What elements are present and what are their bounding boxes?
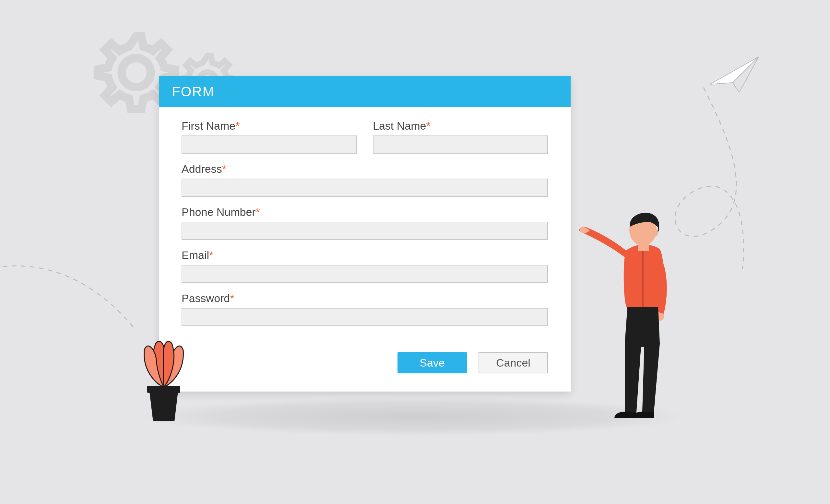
label-text: First Name	[182, 120, 235, 132]
first-name-label: First Name*	[182, 120, 357, 132]
password-input[interactable]	[182, 308, 548, 326]
form-title: FORM	[159, 76, 571, 107]
first-name-input[interactable]	[182, 135, 357, 154]
save-button[interactable]: Save	[397, 352, 467, 373]
form-body: First Name* Last Name* Address*	[159, 107, 571, 336]
field-first-name: First Name*	[182, 120, 357, 154]
label-text: Phone Number	[182, 206, 256, 218]
field-address: Address*	[182, 163, 548, 197]
label-text: Email	[182, 249, 209, 261]
required-marker: *	[235, 120, 240, 132]
last-name-label: Last Name*	[373, 120, 548, 132]
address-input[interactable]	[182, 178, 548, 197]
required-marker: *	[230, 292, 234, 304]
label-text: Password	[182, 292, 230, 304]
label-text: Last Name	[373, 120, 426, 132]
field-password: Password*	[182, 292, 548, 326]
field-phone: Phone Number*	[182, 206, 548, 240]
required-marker: *	[256, 206, 260, 218]
svg-point-8	[653, 229, 658, 237]
email-label: Email*	[182, 249, 548, 262]
last-name-input[interactable]	[373, 135, 548, 154]
phone-label: Phone Number*	[182, 206, 548, 219]
email-input[interactable]	[182, 265, 548, 283]
form-card: FORM First Name* Last Name* Address*	[159, 76, 571, 392]
plant-illustration	[136, 327, 191, 425]
address-label: Address*	[182, 163, 548, 175]
field-last-name: Last Name*	[373, 120, 548, 154]
paper-plane-icon	[710, 57, 759, 92]
password-label: Password*	[182, 292, 548, 305]
cancel-button[interactable]: Cancel	[479, 352, 548, 373]
required-marker: *	[209, 249, 213, 261]
svg-point-0	[122, 58, 151, 87]
field-email: Email*	[182, 249, 548, 283]
svg-rect-5	[147, 386, 180, 393]
form-actions: Save Cancel	[159, 336, 571, 392]
label-text: Address	[182, 163, 222, 175]
required-marker: *	[222, 163, 226, 175]
required-marker: *	[426, 120, 430, 132]
phone-input[interactable]	[182, 222, 548, 240]
person-illustration	[579, 191, 696, 425]
